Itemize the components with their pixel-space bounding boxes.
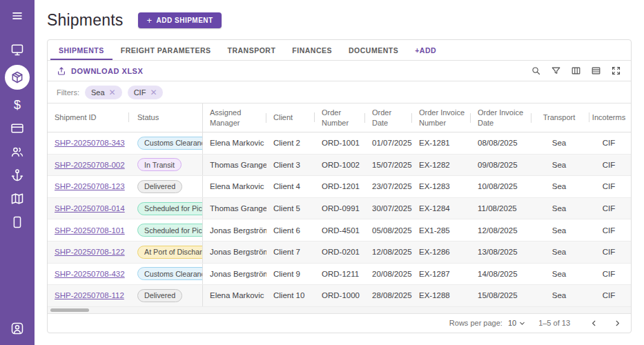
chevron-right-icon[interactable] xyxy=(610,316,624,330)
upload-icon xyxy=(57,66,66,76)
status-badge: Customs Clearance xyxy=(137,267,203,280)
account-icon[interactable] xyxy=(9,320,26,337)
cell-shipment-id: SHP-20250708-122 xyxy=(48,241,129,263)
cell-order-invoice-number: EX-1283 xyxy=(412,176,471,197)
cell-status: Scheduled for Pickup xyxy=(129,198,203,219)
cell-incoterms: CIF xyxy=(589,198,631,219)
cell-order-invoice-date: 13/08/2025 xyxy=(471,241,531,263)
plus-icon: + xyxy=(146,16,152,25)
table-row: SHP-20250708-123DeliveredElena MarkovicC… xyxy=(48,176,631,198)
column-header-status[interactable]: Status xyxy=(129,103,203,132)
status-badge: Scheduled for Pickup xyxy=(137,202,203,215)
status-badge: Delivered xyxy=(137,180,182,193)
cell-order-invoice-number: EX-1287 xyxy=(412,264,471,285)
cell-status: Scheduled for Pickup xyxy=(129,219,203,241)
shipment-id-link[interactable]: SHP-20250708-101 xyxy=(55,226,125,235)
tab-documents[interactable]: DOCUMENTS xyxy=(340,40,407,60)
dollar-icon[interactable]: $ xyxy=(9,97,26,113)
cell-client: Client 6 xyxy=(266,219,315,241)
horizontal-scrollbar[interactable] xyxy=(48,307,631,313)
table-row: SHP-20250708-112DeliveredElena MarkovicC… xyxy=(48,285,631,307)
shipment-id-link[interactable]: SHP-20250708-123 xyxy=(55,182,125,190)
cell-order-date: 12/08/2025 xyxy=(365,241,412,263)
add-shipment-label: ADD SHIPMENT xyxy=(157,17,213,24)
cell-assigned-manager: Elena Markovic xyxy=(203,132,266,154)
rows-per-page-select[interactable]: 10 xyxy=(508,319,526,327)
column-header-order-invoice-number[interactable]: Order Invoice Number xyxy=(412,108,471,128)
column-header-assigned-manager[interactable]: Assigned Manager xyxy=(203,108,266,128)
cell-order-invoice-date: 09/08/2025 xyxy=(471,155,531,176)
download-xlsx-button[interactable]: DOWNLOAD XLSX xyxy=(57,66,143,76)
cell-assigned-manager: Elena Markovic xyxy=(203,176,266,197)
column-header-shipment-id[interactable]: Shipment ID xyxy=(48,112,129,122)
cell-incoterms: CIF xyxy=(589,285,631,306)
cell-order-number: ORD-4501 xyxy=(315,219,365,241)
users-icon[interactable] xyxy=(9,144,26,160)
table-footer: Rows per page: 10 1–5 of 13 xyxy=(48,313,631,333)
cell-client: Client 2 xyxy=(266,132,315,154)
tab-add[interactable]: +ADD xyxy=(407,40,445,60)
scrollbar-thumb[interactable] xyxy=(50,308,89,312)
table-row: SHP-20250708-101Scheduled for PickupJona… xyxy=(48,219,631,241)
tab-shipments[interactable]: SHIPMENTS xyxy=(50,40,113,60)
cell-shipment-id: SHP-20250708-343 xyxy=(48,132,129,154)
column-header-order-number[interactable]: Order Number xyxy=(315,108,365,128)
filter-icon[interactable] xyxy=(549,65,562,77)
shipment-id-link[interactable]: SHP-20250708-432 xyxy=(55,270,125,278)
shipment-id-link[interactable]: SHP-20250708-002 xyxy=(55,161,125,169)
column-header-transport[interactable]: Transport xyxy=(531,112,589,122)
cell-transport: Sea xyxy=(531,241,589,263)
add-shipment-button[interactable]: + ADD SHIPMENT xyxy=(138,12,221,28)
shipment-id-link[interactable]: SHP-20250708-014 xyxy=(55,204,125,213)
anchor-icon[interactable] xyxy=(9,167,26,184)
cell-status: At Port of Discharge xyxy=(129,241,203,263)
column-header-order-invoice-date[interactable]: Order Invoice Date xyxy=(471,108,531,128)
page-title: Shipments xyxy=(47,11,123,30)
fullscreen-icon[interactable] xyxy=(609,65,622,77)
cell-order-date: 05/08/2025 xyxy=(365,219,412,241)
filter-chip-sea[interactable]: Sea ✕ xyxy=(85,86,122,99)
table-row: SHP-20250708-343Customs ClearanceElena M… xyxy=(48,132,631,155)
tab-freight-parameters[interactable]: FREIGHT PARAMETERS xyxy=(113,40,219,60)
column-header-incoterms[interactable]: Incoterms xyxy=(589,112,631,122)
tab-bar: SHIPMENTS FREIGHT PARAMETERS TRANSPORT F… xyxy=(48,40,631,61)
cell-order-invoice-number: EX-1282 xyxy=(412,155,471,176)
tab-transport[interactable]: TRANSPORT xyxy=(219,40,284,60)
menu-icon[interactable] xyxy=(9,8,26,24)
tab-finances[interactable]: FINANCES xyxy=(284,40,340,60)
status-badge: At Port of Discharge xyxy=(137,246,203,259)
pagination-range: 1–5 of 13 xyxy=(538,319,570,327)
columns-icon[interactable] xyxy=(569,65,582,77)
cell-assigned-manager: Thomas Granger xyxy=(203,198,266,219)
close-icon[interactable]: ✕ xyxy=(150,88,157,97)
cell-order-invoice-date: 10/08/2025 xyxy=(471,176,531,197)
close-icon[interactable]: ✕ xyxy=(109,88,116,97)
search-icon[interactable] xyxy=(529,65,542,77)
column-header-order-date[interactable]: Order Date xyxy=(365,108,412,128)
cell-order-number: ORD-1201 xyxy=(315,176,365,197)
cell-status: Customs Clearance xyxy=(129,264,203,285)
table-row: SHP-20250708-002In TransitThomas Granger… xyxy=(48,155,631,177)
density-icon[interactable] xyxy=(589,65,602,77)
cell-order-number: ORD-1000 xyxy=(315,285,365,306)
shipment-id-link[interactable]: SHP-20250708-122 xyxy=(55,248,125,256)
filter-chip-cif[interactable]: CIF ✕ xyxy=(128,86,164,99)
book-icon[interactable] xyxy=(9,214,26,230)
cell-shipment-id: SHP-20250708-014 xyxy=(48,198,129,219)
monitor-icon[interactable] xyxy=(9,41,26,58)
cell-client: Client 4 xyxy=(266,176,315,197)
cell-incoterms: CIF xyxy=(589,155,631,176)
chevron-left-icon[interactable] xyxy=(587,316,601,330)
map-icon[interactable] xyxy=(9,190,26,207)
shipment-id-link[interactable]: SHP-20250708-343 xyxy=(55,139,125,147)
cell-transport: Sea xyxy=(531,198,589,219)
cell-order-number: ORD-1001 xyxy=(315,132,365,154)
cell-order-number: ORD-0201 xyxy=(315,241,365,263)
shipment-id-link[interactable]: SHP-20250708-112 xyxy=(55,291,124,299)
package-icon[interactable] xyxy=(5,65,30,90)
table-body: SHP-20250708-343Customs ClearanceElena M… xyxy=(48,132,631,307)
cell-transport: Sea xyxy=(531,219,589,241)
credit-card-icon[interactable] xyxy=(9,120,26,137)
column-header-client[interactable]: Client xyxy=(266,112,315,122)
cell-order-invoice-number: EX-1288 xyxy=(412,285,471,306)
